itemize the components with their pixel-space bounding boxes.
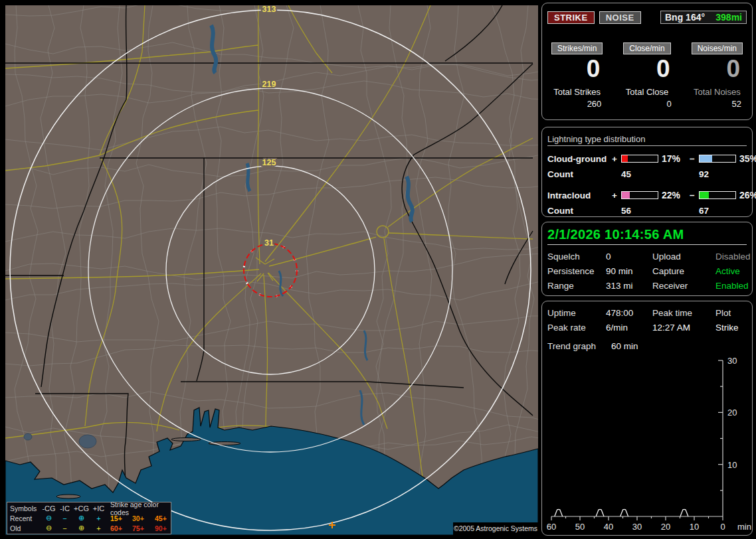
svg-text:10: 10 [690,522,699,532]
cg-negative-percent: 35% [736,153,756,164]
upload-status: Disabled [715,252,752,262]
bearing-readout: Bng 164° 398mi [660,11,747,24]
close-per-min-button[interactable]: Close/min [623,42,670,54]
squelch-value: 0 [606,252,652,262]
svg-text:min: min [737,522,751,532]
uptime-label: Uptime [547,308,606,318]
strike-toggle-button[interactable]: STRIKE [547,11,595,24]
uptime-value: 478:00 [606,308,652,318]
svg-text:30: 30 [727,356,737,366]
squelch-label: Squelch [547,252,606,262]
svg-text:20: 20 [727,408,737,418]
cg-positive-bar [621,155,658,163]
ic-positive-percent: 22% [658,190,690,200]
total-noises-value: 52 [682,99,752,109]
old-neg-cg-icon: ⊖ [41,524,57,532]
map-symbol-legend: Symbols -CG -IC +CG +IC Strike age color… [7,502,171,534]
bearing-label: Bng 164° [665,12,705,23]
old-neg-ic-icon: − [57,524,72,532]
counters-panel: STRIKE NOISE Bng 164° 398mi Strikes/min … [541,3,753,120]
noises-per-min-value: 0 [682,56,752,81]
bearing-distance: 398mi [715,12,742,23]
legend-col-pcg: +CG [72,504,90,512]
cg-negative-bar [699,155,736,163]
ring-label-125: 125 [262,158,276,167]
plus-sign: + [612,191,621,200]
capture-status: Active [715,266,752,276]
close-per-min-value: 0 [612,56,682,81]
ring-label-313: 313 [262,5,276,14]
range-label: Range [547,281,606,291]
age-30: 30+ [132,514,155,522]
age-45: 45+ [155,514,176,522]
plus-sign: + [612,154,621,164]
plot-mode-value: Strike [715,323,752,333]
ic-negative-count: 67 [699,206,736,216]
trend-graph-window: 60 min [611,341,752,351]
svg-text:20: 20 [661,522,670,532]
recent-pos-cg-icon: ⊕ [72,514,90,522]
datetime-display: 2/1/2026 10:14:56 AM [547,227,747,245]
app-window: 313 219 125 31 Symbols -CG -IC +CG +IC S… [0,0,756,539]
range-value: 313 mi [606,281,652,291]
recent-pos-ic-icon: + [90,514,107,522]
svg-text:0: 0 [720,522,725,532]
total-close-value: 0 [612,99,682,109]
legend-col-nic: -IC [57,504,72,512]
ic-negative-percent: 26% [736,190,756,200]
intracloud-count-row: Count 56 67 [542,206,752,216]
ic-negative-bar [699,191,736,199]
legend-row-recent-label: Recent [10,514,41,522]
svg-text:50: 50 [575,522,585,532]
svg-text:40: 40 [604,522,613,532]
peak-rate-label: Peak rate [547,323,606,333]
uptime-trend-panel: Uptime 478:00 Peak time Plot Peak rate 6… [541,301,753,536]
peak-rate-value: 6/min [606,323,652,333]
total-close-label: Total Close [612,87,682,97]
strikes-per-min-button[interactable]: Strikes/min [551,42,603,54]
intracloud-label: Intracloud [547,191,612,200]
cloud-ground-label: Cloud-ground [547,154,612,164]
age-75: 75+ [132,524,155,532]
plot-label: Plot [715,308,752,318]
persistence-label: Persistence [547,266,606,276]
cg-negative-count: 92 [699,169,736,179]
legend-col-ncg: -CG [41,504,57,512]
ic-positive-count: 56 [621,206,658,216]
receiver-status: Enabled [715,281,752,291]
age-60: 60+ [110,524,132,532]
legend-row-old-label: Old [10,524,41,532]
strikes-per-min-value: 0 [542,56,612,81]
age-90: 90+ [155,524,176,532]
ring-label-31: 31 [264,238,274,248]
radar-map[interactable]: 313 219 125 31 Symbols -CG -IC +CG +IC S… [5,5,538,535]
recent-neg-ic-icon: − [57,514,72,522]
peak-time-value: 12:27 AM [652,323,715,333]
svg-text:60: 60 [547,522,556,532]
cloud-ground-row: Cloud-ground + 17% − 35% [542,153,752,164]
legend-symbols-header: Symbols [10,504,41,512]
copyright-notice: ©2005 Astrogenic Systems [453,522,538,535]
cg-positive-percent: 17% [658,153,690,164]
lightning-distribution-panel: Lightning type distribution Cloud-ground… [541,127,753,217]
cg-positive-count: 45 [621,169,658,179]
count-label: Count [547,169,612,179]
total-strikes-label: Total Strikes [542,87,612,97]
distribution-title: Lightning type distribution [547,134,747,146]
trend-graph-label: Trend graph [547,341,611,351]
peak-time-label: Peak time [652,308,715,318]
legend-col-pic: +IC [90,504,107,512]
noises-per-min-button[interactable]: Noises/min [692,42,743,54]
persistence-value: 90 min [606,266,652,276]
receiver-label: Receiver [652,281,715,291]
capture-label: Capture [652,266,715,276]
old-pos-ic-icon: + [90,524,107,532]
minus-sign: − [690,154,699,164]
upload-label: Upload [652,252,715,262]
recent-neg-cg-icon: ⊖ [41,514,57,522]
status-panel: 2/1/2026 10:14:56 AM Squelch 0 Upload Di… [541,222,753,296]
count-label: Count [547,206,612,216]
map-canvas[interactable]: 313 219 125 31 [5,5,538,535]
noise-toggle-button[interactable]: NOISE [599,11,641,24]
old-pos-cg-icon: ⊕ [72,524,90,532]
